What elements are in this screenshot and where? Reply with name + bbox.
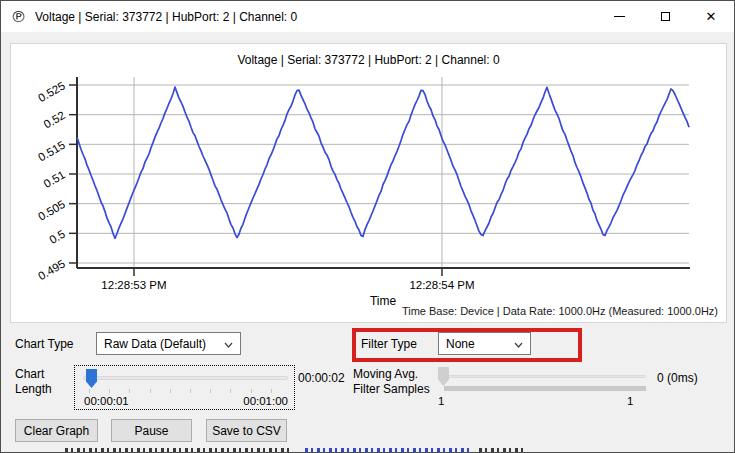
svg-text:Time: Time bbox=[370, 294, 397, 306]
svg-text:0.515: 0.515 bbox=[36, 139, 67, 164]
minimize-icon bbox=[614, 16, 625, 17]
clear-graph-button[interactable]: Clear Graph bbox=[15, 419, 98, 442]
svg-text:0.505: 0.505 bbox=[36, 198, 67, 223]
chart-panel: Voltage | Serial: 373772 | HubPort: 2 | … bbox=[10, 43, 727, 323]
phidgets-app-icon: ℗ bbox=[10, 8, 27, 25]
moving-avg-min-label: 1 bbox=[438, 395, 444, 407]
moving-avg-max-label: 1 bbox=[627, 395, 633, 407]
filter-type-value: None bbox=[446, 337, 475, 351]
caption-buttons: ✕ bbox=[596, 1, 734, 32]
maximize-icon bbox=[661, 12, 670, 21]
voltage-chart: 0.5250.520.5150.510.5050.50.49512:28:53 … bbox=[11, 44, 728, 306]
chart-type-label: Chart Type bbox=[15, 337, 73, 352]
moving-avg-label: Moving Avg. Filter Samples bbox=[353, 367, 430, 397]
window-title: Voltage | Serial: 373772 | HubPort: 2 | … bbox=[35, 10, 297, 24]
chart-length-slider-track[interactable] bbox=[83, 376, 288, 380]
chart-length-value: 00:00:02 bbox=[298, 371, 345, 385]
svg-text:0.525: 0.525 bbox=[36, 79, 67, 104]
moving-avg-value: 0 (0ms) bbox=[657, 371, 698, 385]
svg-text:0.495: 0.495 bbox=[36, 257, 67, 282]
moving-avg-slider-thumb[interactable] bbox=[438, 367, 449, 386]
app-window: ℗ Voltage | Serial: 373772 | HubPort: 2 … bbox=[0, 0, 735, 453]
timebase-status: Time Base: Device | Data Rate: 1000.0Hz … bbox=[402, 305, 718, 317]
clipped-text-fragment bbox=[479, 448, 523, 452]
titlebar: ℗ Voltage | Serial: 373772 | HubPort: 2 … bbox=[1, 1, 734, 32]
moving-avg-slider-track[interactable] bbox=[438, 375, 646, 378]
moving-avg-slider-bar bbox=[444, 386, 646, 391]
svg-text:12:28:54 PM: 12:28:54 PM bbox=[409, 279, 474, 291]
svg-text:0.51: 0.51 bbox=[42, 168, 67, 190]
pause-button[interactable]: Pause bbox=[111, 419, 192, 442]
svg-text:0.5: 0.5 bbox=[47, 228, 67, 246]
chart-length-max-label: 00:01:00 bbox=[243, 395, 288, 407]
chevron-down-icon bbox=[514, 342, 523, 348]
minimize-button[interactable] bbox=[596, 1, 642, 32]
chevron-down-icon bbox=[224, 342, 233, 348]
chart-length-label: Chart Length bbox=[15, 367, 52, 397]
filter-type-dropdown[interactable]: None bbox=[438, 332, 531, 355]
maximize-button[interactable] bbox=[642, 1, 688, 32]
chart-type-value: Raw Data (Default) bbox=[104, 337, 206, 351]
save-to-csv-button[interactable]: Save to CSV bbox=[206, 419, 287, 442]
svg-text:0.52: 0.52 bbox=[42, 109, 67, 131]
svg-text:12:28:53 PM: 12:28:53 PM bbox=[101, 279, 166, 291]
close-icon: ✕ bbox=[706, 10, 717, 23]
clipped-text-fragment bbox=[65, 448, 293, 452]
chart-length-slider-ticks bbox=[89, 389, 291, 393]
clipped-text-fragment bbox=[305, 448, 473, 452]
close-button[interactable]: ✕ bbox=[688, 1, 734, 32]
filter-type-label: Filter Type bbox=[361, 337, 417, 352]
chart-length-min-label: 00:00:01 bbox=[84, 395, 129, 407]
chart-type-dropdown[interactable]: Raw Data (Default) bbox=[96, 332, 241, 355]
chart-length-slider-group: 00:00:01 00:01:00 bbox=[74, 365, 295, 410]
chart-length-slider-thumb[interactable] bbox=[86, 369, 97, 388]
